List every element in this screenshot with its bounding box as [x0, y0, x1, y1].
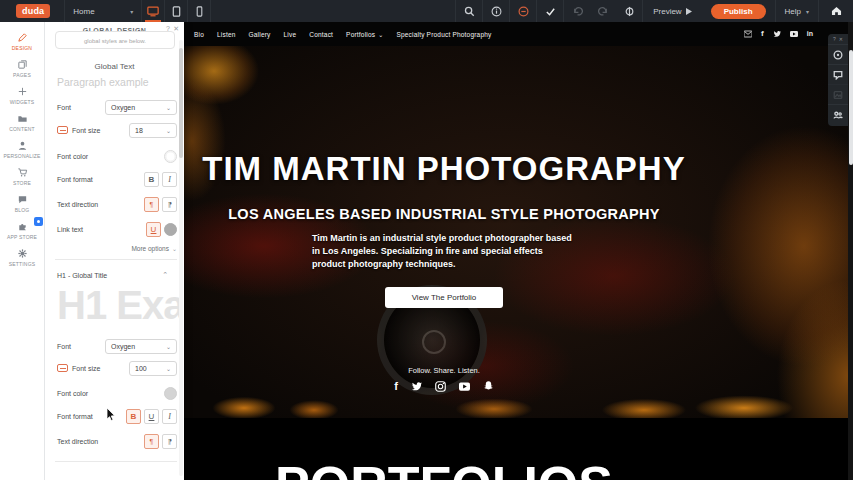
sidebar-item-settings[interactable]: SETTINGS — [0, 244, 44, 271]
page-selector-label: Home — [73, 7, 94, 16]
facebook-icon[interactable]: f — [394, 381, 398, 392]
home-icon — [831, 6, 842, 16]
sidebar-item-personalize[interactable]: PERSONALIZE — [0, 136, 44, 163]
toolbar-close-icon[interactable]: ✕ — [839, 36, 843, 42]
desktop-view-button[interactable] — [142, 0, 165, 22]
comments-tool-button[interactable] — [828, 64, 848, 84]
h1-rtl-button[interactable]: ¶ — [162, 434, 177, 449]
font-size-select[interactable]: 18 ⌄ — [129, 123, 177, 138]
undo-icon — [572, 6, 583, 16]
h1-font-color-swatch[interactable] — [164, 387, 177, 400]
info-icon — [491, 6, 502, 17]
saved-check-button[interactable] — [537, 0, 563, 22]
topbar-actions: Preview Publish Help ▾ — [455, 0, 853, 22]
rtl-button[interactable]: ¶ — [162, 197, 177, 212]
h1-font-size-label: Font size — [72, 365, 100, 372]
h1-ltr-button[interactable]: ¶ — [144, 434, 159, 449]
font-size-icon — [57, 126, 68, 134]
facebook-icon[interactable]: f — [761, 30, 764, 38]
pencil-icon — [17, 32, 28, 43]
font-size-value: 18 — [135, 127, 143, 134]
bold-button[interactable]: B — [144, 172, 159, 187]
preview-label: Preview — [653, 7, 681, 16]
mobile-view-button[interactable] — [188, 0, 211, 22]
paragraph-rtl-icon: ¶ — [168, 438, 172, 445]
help-menu[interactable]: Help ▾ — [775, 0, 819, 22]
dashboard-home-button[interactable] — [819, 0, 853, 22]
feedback-button[interactable] — [510, 0, 536, 22]
panel-scrollbar[interactable] — [179, 40, 183, 476]
gear-icon — [17, 248, 28, 259]
site-scrollbar[interactable] — [848, 22, 853, 480]
nav-item-specialty[interactable]: Specialty Product Photography — [396, 31, 491, 38]
speech-bubble-icon — [17, 194, 28, 205]
sidebar-item-app-store[interactable]: APP STORE — [0, 217, 44, 244]
nav-item-listen[interactable]: Listen — [217, 31, 236, 38]
italic-button[interactable]: I — [162, 172, 177, 187]
link-underline-button[interactable]: U — [146, 222, 161, 237]
site-navbar: Bio Listen Gallery Live Contact Portfoli… — [184, 22, 853, 46]
code-icon — [624, 6, 635, 17]
sidebar-item-widgets[interactable]: WIDGETS — [0, 82, 44, 109]
media-tool-button[interactable] — [828, 84, 848, 104]
sidebar-item-label: BLOG — [15, 207, 30, 213]
ltr-button[interactable]: ¶ — [144, 197, 159, 212]
paragraph-ltr-icon: ¶ — [150, 201, 154, 208]
email-icon[interactable] — [744, 30, 752, 38]
font-color-swatch[interactable] — [164, 150, 177, 163]
instagram-icon[interactable] — [435, 381, 446, 392]
hero-section: TIM MARTIN PHOTOGRAPHY LOS ANGELES BASED… — [184, 46, 853, 418]
nav-item-gallery[interactable]: Gallery — [249, 31, 271, 38]
sidebar-item-store[interactable]: STORE — [0, 163, 44, 190]
sidebar-item-pages[interactable]: PAGES — [0, 55, 44, 82]
checkmark-icon — [545, 6, 556, 17]
dev-mode-button[interactable] — [616, 0, 642, 22]
nav-item-portfolios[interactable]: Portfolios ⌄ — [346, 31, 383, 38]
h1-font-select[interactable]: Oxygen ⌄ — [105, 339, 177, 354]
help-label: Help — [785, 7, 801, 16]
collapse-icon[interactable]: ⌃ — [162, 271, 168, 279]
font-size-label: Font size — [72, 127, 100, 134]
sidebar-item-blog[interactable]: BLOG — [0, 190, 44, 217]
chevron-down-icon: ⌄ — [172, 245, 177, 252]
search-button[interactable] — [456, 0, 482, 22]
tablet-view-button[interactable] — [165, 0, 188, 22]
twitter-icon[interactable] — [773, 30, 781, 38]
chevron-down-icon: ⌄ — [378, 31, 383, 38]
nav-item-live[interactable]: Live — [284, 31, 297, 38]
view-portfolio-button[interactable]: View The Portfolio — [385, 287, 504, 308]
h1-underline-button[interactable]: U — [144, 409, 159, 424]
team-tool-button[interactable] — [828, 104, 848, 124]
h1-bold-button[interactable]: B — [126, 409, 141, 424]
more-options-link[interactable]: More options ⌄ — [131, 245, 177, 252]
linkedin-icon[interactable]: in — [807, 30, 813, 38]
nav-item-bio[interactable]: Bio — [194, 31, 204, 38]
twitter-icon[interactable] — [411, 381, 422, 392]
publish-button[interactable]: Publish — [711, 4, 766, 19]
redo-button[interactable] — [590, 0, 616, 22]
sidebar-item-label: CONTENT — [9, 126, 35, 132]
info-button[interactable] — [483, 0, 509, 22]
camera-tool-button[interactable] — [828, 44, 848, 64]
toolbar-help-icon[interactable]: ? — [833, 36, 836, 42]
h1-font-size-select[interactable]: 100 ⌄ — [129, 361, 177, 376]
paragraph-ltr-icon: ¶ — [150, 438, 154, 445]
chevron-down-icon: ⌄ — [166, 127, 171, 134]
youtube-icon[interactable] — [459, 381, 470, 392]
font-select[interactable]: Oxygen ⌄ — [105, 100, 177, 115]
h1-italic-button[interactable]: I — [162, 409, 177, 424]
app-store-badge — [34, 217, 43, 226]
link-color-swatch[interactable] — [164, 223, 177, 236]
sidebar-item-design[interactable]: DESIGN — [0, 28, 44, 55]
app-window: duda Home ▾ — [0, 0, 853, 480]
undo-button[interactable] — [564, 0, 590, 22]
youtube-icon[interactable] — [790, 30, 798, 38]
preview-button[interactable]: Preview — [643, 0, 701, 22]
global-text-heading: Global Text — [45, 62, 184, 71]
site-preview: Bio Listen Gallery Live Contact Portfoli… — [184, 22, 853, 480]
link-text-label: Link text — [57, 226, 83, 233]
snapchat-icon[interactable] — [483, 381, 494, 392]
nav-item-contact[interactable]: Contact — [309, 31, 333, 38]
page-selector[interactable]: Home ▾ — [64, 0, 142, 22]
sidebar-item-content[interactable]: CONTENT — [0, 109, 44, 136]
